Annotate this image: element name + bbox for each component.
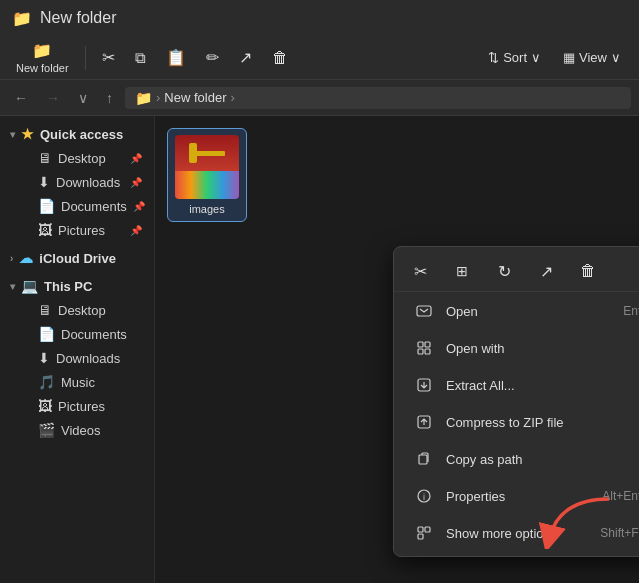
open-with-icon: [414, 338, 434, 358]
dropdown-button[interactable]: ∨: [72, 88, 94, 108]
extract-label: Extract All...: [446, 378, 639, 393]
title-bar-icon: 📁: [12, 9, 32, 28]
chevron-down-icon-2: ▾: [10, 281, 15, 292]
sidebar-item-thispc-videos[interactable]: 🎬 Videos: [26, 418, 150, 442]
title-bar-text: New folder: [40, 9, 116, 27]
thispc-items: 🖥 Desktop 📄 Documents ⬇ Downloads 🎵 Musi…: [0, 298, 154, 442]
share-button[interactable]: ↗: [231, 44, 260, 71]
downloads-icon: ⬇: [38, 174, 50, 190]
quick-access-items: 🖥 Desktop 📌 ⬇ Downloads 📌 📄 Documents 📌 …: [0, 146, 154, 242]
new-folder-button[interactable]: 📁 New folder: [8, 37, 77, 78]
cut-button[interactable]: ✂: [94, 44, 123, 71]
ctx-share-button[interactable]: ↗: [532, 257, 560, 285]
new-folder-icon: 📁: [32, 41, 52, 60]
chevron-down-icon: ▾: [10, 129, 15, 140]
pictures-icon: 🖼: [38, 222, 52, 238]
pin-icon-4: 📌: [130, 225, 142, 236]
extract-icon: [414, 375, 434, 395]
delete-button[interactable]: 🗑: [264, 45, 296, 71]
svg-rect-1: [418, 342, 423, 347]
copy-button[interactable]: ⧉: [127, 45, 154, 71]
ctx-copy-button[interactable]: ⊞: [448, 257, 476, 285]
toolbar-separator: [85, 46, 86, 70]
sort-chevron-icon: ∨: [531, 50, 541, 65]
more-options-icon: [414, 523, 434, 543]
view-chevron-icon: ∨: [611, 50, 621, 65]
back-button[interactable]: ←: [8, 88, 34, 108]
up-button[interactable]: ↑: [100, 88, 119, 108]
downloads-icon-2: ⬇: [38, 350, 50, 366]
rename-button[interactable]: ✏: [198, 44, 227, 71]
open-label: Open: [446, 304, 611, 319]
sidebar-section-icloud[interactable]: › ☁ iCloud Drive: [4, 246, 150, 270]
main-layout: ▾ ★ Quick access 🖥 Desktop 📌 ⬇ Downloads…: [0, 116, 639, 583]
sidebar-item-downloads[interactable]: ⬇ Downloads 📌: [26, 170, 150, 194]
pin-icon-2: 📌: [130, 177, 142, 188]
copypath-label: Copy as path: [446, 452, 639, 467]
svg-rect-3: [418, 349, 423, 354]
icloud-icon: ☁: [19, 250, 33, 266]
svg-text:i: i: [423, 492, 425, 502]
sidebar-item-documents[interactable]: 📄 Documents 📌: [26, 194, 150, 218]
properties-icon: i: [414, 486, 434, 506]
toolbar-right: ⇅ Sort ∨ ▦ View ∨: [478, 46, 631, 69]
documents-icon: 📄: [38, 198, 55, 214]
file-thumbnail: [175, 135, 239, 199]
sidebar-item-thispc-pictures[interactable]: 🖼 Pictures: [26, 394, 150, 418]
red-arrow-indicator: [539, 489, 619, 553]
sidebar-item-desktop[interactable]: 🖥 Desktop 📌: [26, 146, 150, 170]
svg-rect-11: [425, 527, 430, 532]
view-icon: ▦: [563, 50, 575, 65]
sidebar-item-thispc-documents[interactable]: 📄 Documents: [26, 322, 150, 346]
address-bar: ← → ∨ ↑ 📁 › New folder ›: [0, 80, 639, 116]
music-icon: 🎵: [38, 374, 55, 390]
file-item-images[interactable]: images: [167, 128, 247, 222]
ctx-open-with-item[interactable]: Open with ›: [398, 330, 639, 366]
context-menu-toolbar: ✂ ⊞ ↻ ↗ 🗑: [394, 251, 639, 292]
breadcrumb-end-sep: ›: [230, 90, 234, 105]
sidebar-section-quick-access[interactable]: ▾ ★ Quick access: [4, 122, 150, 146]
svg-rect-10: [418, 527, 423, 532]
ctx-copypath-item[interactable]: Copy as path: [398, 441, 639, 477]
compress-icon: [414, 412, 434, 432]
chevron-right-icon: ›: [10, 253, 13, 264]
breadcrumb-folder-icon: 📁: [135, 90, 152, 106]
ctx-compress-item[interactable]: Compress to ZIP file: [398, 404, 639, 440]
forward-button[interactable]: →: [40, 88, 66, 108]
sidebar: ▾ ★ Quick access 🖥 Desktop 📌 ⬇ Downloads…: [0, 116, 155, 583]
svg-rect-0: [417, 306, 431, 316]
sort-button[interactable]: ⇅ Sort ∨: [478, 46, 551, 69]
breadcrumb[interactable]: 📁 › New folder ›: [125, 87, 631, 109]
star-icon: ★: [21, 126, 34, 142]
pictures-icon-2: 🖼: [38, 398, 52, 414]
view-button[interactable]: ▦ View ∨: [553, 46, 631, 69]
sidebar-item-thispc-music[interactable]: 🎵 Music: [26, 370, 150, 394]
paste-button[interactable]: 📋: [158, 44, 194, 71]
sidebar-section-thispc[interactable]: ▾ 💻 This PC: [4, 274, 150, 298]
ctx-delete-button[interactable]: 🗑: [574, 257, 602, 285]
red-arrow-svg: [539, 489, 619, 549]
compress-label: Compress to ZIP file: [446, 415, 639, 430]
ctx-open-item[interactable]: Open Enter: [398, 293, 639, 329]
content-area: images ✂ ⊞ ↻ ↗ 🗑 Open Enter: [155, 116, 639, 583]
sidebar-item-pictures[interactable]: 🖼 Pictures 📌: [26, 218, 150, 242]
svg-rect-12: [418, 534, 423, 539]
svg-rect-4: [425, 349, 430, 354]
sidebar-item-thispc-desktop[interactable]: 🖥 Desktop: [26, 298, 150, 322]
svg-rect-7: [419, 455, 427, 464]
desktop-icon: 🖥: [38, 150, 52, 166]
ctx-extract-item[interactable]: Extract All...: [398, 367, 639, 403]
file-name: images: [189, 203, 224, 215]
videos-icon: 🎬: [38, 422, 55, 438]
documents-icon-2: 📄: [38, 326, 55, 342]
pin-icon: 📌: [130, 153, 142, 164]
open-icon: [414, 301, 434, 321]
computer-icon: 💻: [21, 278, 38, 294]
sidebar-item-thispc-downloads[interactable]: ⬇ Downloads: [26, 346, 150, 370]
ctx-rename-button[interactable]: ↻: [490, 257, 518, 285]
copypath-icon: [414, 449, 434, 469]
open-shortcut: Enter: [623, 304, 639, 318]
title-bar: 📁 New folder: [0, 0, 639, 36]
pin-icon-3: 📌: [133, 201, 145, 212]
ctx-cut-button[interactable]: ✂: [406, 257, 434, 285]
